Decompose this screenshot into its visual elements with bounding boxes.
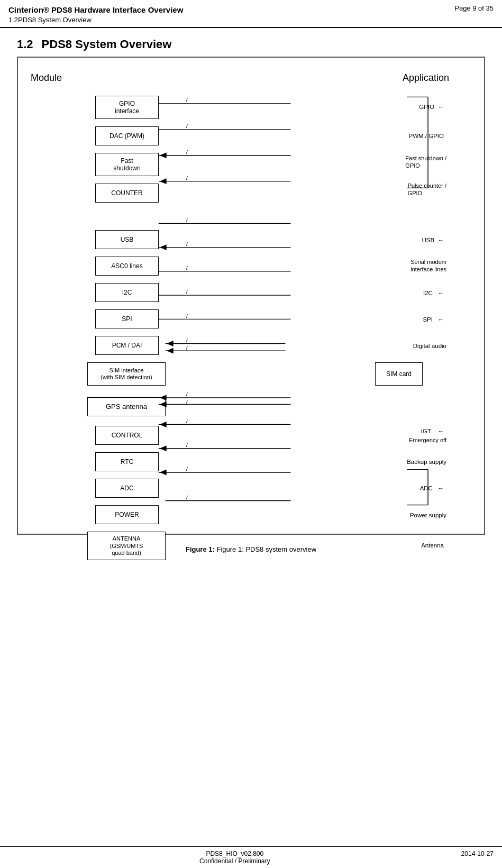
sim-card-app-box: SIM card xyxy=(375,362,423,386)
svg-text:/: / xyxy=(186,217,188,223)
svg-text:/: / xyxy=(186,97,188,103)
svg-marker-8 xyxy=(160,153,167,159)
svg-text:/: / xyxy=(186,313,188,318)
header-left: Cinterion® PDS8 Hardware Interface Overv… xyxy=(8,4,183,25)
igt-app-label: IGT ↔ xyxy=(421,427,444,435)
adc-app-label: ADC ↔ xyxy=(420,485,444,492)
gpio-app-label: GPIO ↔ xyxy=(419,103,444,111)
svg-marker-32 xyxy=(167,341,174,346)
svg-marker-48 xyxy=(160,422,167,427)
svg-marker-19 xyxy=(160,244,167,250)
system-diagram: Module Application GPIOinterface DAC (PW… xyxy=(17,57,485,535)
fast-shutdown-box: Fastshutdown xyxy=(95,153,159,176)
svg-text:/: / xyxy=(186,289,188,295)
application-label: Application xyxy=(403,72,449,84)
figure-text: Figure 1: PDS8 system overview xyxy=(216,545,316,553)
i2c-app-label: I2C ↔ xyxy=(423,289,444,297)
dac-pwm-box: DAC (PWM) xyxy=(95,126,159,145)
svg-text:/: / xyxy=(186,266,188,271)
diagram-inner: Module Application GPIOinterface DAC (PW… xyxy=(26,68,476,523)
pulse-app-label: Pulse counter /GPIO xyxy=(408,182,446,197)
svg-text:/: / xyxy=(186,443,188,448)
svg-marker-36 xyxy=(167,348,174,354)
svg-text:/: / xyxy=(186,337,188,343)
rtc-box: RTC xyxy=(95,452,159,471)
svg-text:/: / xyxy=(186,241,188,246)
module-label: Module xyxy=(31,72,62,84)
asc0-lines-box: ASC0 lines xyxy=(95,257,159,276)
spi-box: SPI xyxy=(95,309,159,328)
digital-audio-app-label: Digital audio xyxy=(413,342,446,350)
pcm-dai-box: PCM / DAI xyxy=(95,336,159,355)
page-header: Cinterion® PDS8 Hardware Interface Overv… xyxy=(0,0,502,28)
counter-box: COUNTER xyxy=(95,184,159,203)
usb-app-label: USB ↔ xyxy=(422,236,444,244)
doc-subtitle: 1.2PDS8 System Overview xyxy=(8,15,183,25)
usb-box: USB xyxy=(95,230,159,249)
page-footer: PDS8_HIO_v02.800Confidential / Prelimina… xyxy=(0,846,502,868)
antenna-app-label: Antenna xyxy=(421,542,444,550)
power-supply-app-label: Power supply xyxy=(410,511,446,519)
svg-marker-12 xyxy=(160,178,167,184)
control-box: CONTROL xyxy=(95,426,159,445)
svg-text:/: / xyxy=(186,345,188,351)
svg-text:/: / xyxy=(186,150,188,155)
backup-app-label: Backup supply xyxy=(407,458,446,466)
svg-marker-52 xyxy=(160,446,167,452)
footer-right: 2014-10-27 xyxy=(461,850,494,865)
section-number: 1.2 xyxy=(17,38,33,51)
fast-app-label: Fast shutdown /GPIO xyxy=(405,154,446,170)
svg-marker-56 xyxy=(160,470,167,476)
page-number: Page 9 of 35 xyxy=(454,4,494,12)
svg-text:/: / xyxy=(186,418,188,424)
gps-antenna-box: GPS antenna xyxy=(87,397,166,416)
figure-label: Figure 1: xyxy=(186,545,215,553)
sim-interface-box: SIM interface(with SIM detection) xyxy=(87,362,166,386)
emergency-app-label: Emergency off xyxy=(409,436,446,444)
svg-text:/: / xyxy=(186,124,188,129)
svg-text:/: / xyxy=(186,176,188,181)
svg-text:/: / xyxy=(186,467,188,472)
pwm-app-label: PWM / GPIO xyxy=(409,132,444,140)
section-title: PDS8 System Overview xyxy=(42,38,172,51)
power-box: POWER xyxy=(95,505,159,524)
spi-app-label: SPI ↔ xyxy=(423,316,444,324)
serial-app-label: Serial modeminterface lines xyxy=(410,258,446,273)
antenna-box: ANTENNA(GSM/UMTSquad band) xyxy=(87,532,166,560)
svg-text:/: / xyxy=(186,392,188,397)
svg-text:/: / xyxy=(186,495,188,500)
footer-center: PDS8_HIO_v02.800Confidential / Prelimina… xyxy=(199,850,270,865)
gpio-interface-box: GPIOinterface xyxy=(95,96,159,119)
doc-title: Cinterion® PDS8 Hardware Interface Overv… xyxy=(8,4,183,15)
svg-text:/: / xyxy=(186,399,188,404)
i2c-box: I2C xyxy=(95,283,159,302)
adc-box: ADC xyxy=(95,479,159,498)
section-heading: 1.2 PDS8 System Overview xyxy=(0,28,502,57)
